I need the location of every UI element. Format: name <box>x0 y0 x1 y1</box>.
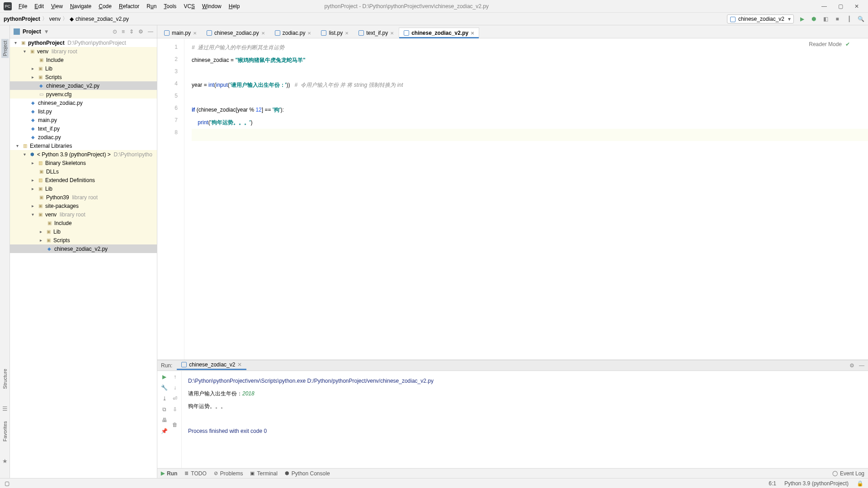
maximize-icon[interactable]: ▢ <box>837 3 844 9</box>
tab-chinese-zodiac[interactable]: chinese_zodiac.py✕ <box>202 28 270 38</box>
status-caret-position[interactable]: 6:1 <box>769 480 776 487</box>
code-editor[interactable]: Reader Mode✔ 12345678 # 通过用户输入的年份判断其生肖运势… <box>157 38 868 360</box>
pin-icon[interactable]: 📌 <box>161 428 168 434</box>
menu-run[interactable]: Run <box>143 1 160 11</box>
hide-icon[interactable]: — <box>148 28 153 35</box>
close-icon[interactable]: ✕ <box>261 31 265 36</box>
tree-dlls[interactable]: ▣DLLs <box>10 167 157 176</box>
up-arrow-icon[interactable]: ↑ <box>174 374 176 380</box>
tree-file-zodiac[interactable]: ◆zodiac.py <box>10 133 157 141</box>
tree-scripts[interactable]: ▸▣Scripts <box>10 73 157 81</box>
breadcrumb-folder[interactable]: venv <box>49 16 61 22</box>
tree-file-main[interactable]: ◆main.py <box>10 116 157 124</box>
close-icon[interactable]: ✕ <box>307 31 311 36</box>
run-button-icon[interactable]: ▶ <box>798 15 806 23</box>
close-icon[interactable]: ✕ <box>193 31 197 36</box>
tree-file-pyvenv[interactable]: ▭pyvenv.cfg <box>10 90 157 99</box>
minimize-icon[interactable]: — <box>821 3 827 9</box>
run-tab[interactable]: chinese_zodiac_v2 ✕ <box>177 361 246 370</box>
tree-sitepkg[interactable]: ▸▣site-packages <box>10 202 157 210</box>
status-square-icon[interactable]: ▢ <box>5 480 9 487</box>
project-tree[interactable]: ▾▣ pythonProject D:\Python\pythonProject… <box>10 38 157 478</box>
menu-vcs[interactable]: VCS <box>180 1 198 11</box>
expand-all-icon[interactable]: ≡ <box>122 28 125 35</box>
menu-file[interactable]: File <box>15 1 30 11</box>
bottom-tab-terminal[interactable]: ▣Terminal <box>250 470 277 477</box>
menu-refactor[interactable]: Refactor <box>116 1 142 11</box>
tree-file-textif[interactable]: ◆text_if.py <box>10 124 157 133</box>
layout-icon[interactable]: ⧉ <box>162 406 166 413</box>
code-content[interactable]: # 通过用户输入的年份判断其生肖运势 chinese_zodiac = "猴鸡狗… <box>184 38 868 360</box>
wrap-icon[interactable]: ⏎ <box>173 395 177 402</box>
bottom-tab-todo[interactable]: ≣TODO <box>184 470 206 477</box>
tab-main[interactable]: main.py✕ <box>159 28 202 38</box>
status-interpreter[interactable]: Python 3.9 (pythonProject) <box>784 480 849 487</box>
tool-tab-favorites[interactable]: Favorites <box>2 421 8 441</box>
tree-lib3[interactable]: ▸▣Lib <box>10 227 157 236</box>
tree-external-libs[interactable]: ▾▥External Libraries <box>10 141 157 150</box>
wrench-icon[interactable]: 🔧 <box>161 385 168 391</box>
tree-file-list[interactable]: ◆list.py <box>10 107 157 116</box>
tool-tab-project[interactable]: Project <box>1 39 9 58</box>
tree-binsk[interactable]: ▸▥Binary Skeletons <box>10 159 157 167</box>
tab-czv2[interactable]: chinese_zodiac_v2.py✕ <box>399 28 479 38</box>
menu-edit[interactable]: Edit <box>31 1 47 11</box>
menu-window[interactable]: Window <box>199 1 225 11</box>
breadcrumb-root[interactable]: pythonProject <box>4 16 40 22</box>
rerun-icon[interactable]: ▶ <box>162 374 166 380</box>
bottom-tab-eventlog[interactable]: ◯Event Log <box>832 470 864 477</box>
gear-icon[interactable]: ⚙ <box>849 362 854 369</box>
tree-file-czv2[interactable]: ◆chinese_zodiac_v2.py <box>10 81 157 90</box>
down-arrow-icon[interactable]: ↓ <box>174 385 176 391</box>
tool-tab-structure[interactable]: Structure <box>2 369 8 389</box>
bottom-tab-problems[interactable]: ⊘Problems <box>214 470 243 477</box>
breadcrumb-file[interactable]: chinese_zodiac_v2.py <box>75 16 129 22</box>
run-config-selector[interactable]: chinese_zodiac_v2 <box>727 14 794 23</box>
close-icon[interactable]: ✕ <box>345 31 349 36</box>
run-console-output[interactable]: D:\Python\pythonProject\venv\Scripts\pyt… <box>182 371 868 468</box>
tree-python39-sdk[interactable]: ▾⬢ < Python 3.9 (pythonProject) > D:\Pyt… <box>10 150 157 159</box>
tab-list[interactable]: list.py✕ <box>316 28 354 38</box>
select-opened-icon[interactable]: ⊙ <box>113 28 117 35</box>
tree-include[interactable]: ▣Include <box>10 56 157 64</box>
tree-file-cz[interactable]: ◆chinese_zodiac.py <box>10 99 157 107</box>
tree-python39[interactable]: ▣Python39 library root <box>10 193 157 202</box>
close-icon[interactable]: ✕ <box>390 31 394 36</box>
menu-navigate[interactable]: Navigate <box>67 1 94 11</box>
tab-text-if[interactable]: text_if.py✕ <box>354 28 399 38</box>
debug-button-icon[interactable]: ⬢ <box>810 15 817 23</box>
tree-lib2[interactable]: ▸▣Lib <box>10 184 157 193</box>
close-icon[interactable]: ✕ <box>471 31 474 36</box>
tree-venv2[interactable]: ▾▣venv library root <box>10 210 157 219</box>
down-icon[interactable]: ⤓ <box>162 395 167 402</box>
print-icon[interactable]: 🖶 <box>162 417 167 423</box>
tree-project-root[interactable]: ▾▣ pythonProject D:\Python\pythonProject <box>10 38 157 47</box>
coverage-icon[interactable]: ◧ <box>822 15 829 23</box>
tree-file-czv2b[interactable]: ◆chinese_zodiac_v2.py <box>10 244 157 253</box>
tree-venv[interactable]: ▾▣ venv library root <box>10 47 157 56</box>
gear-icon[interactable]: ⚙ <box>138 28 143 35</box>
menu-tools[interactable]: Tools <box>160 1 179 11</box>
bottom-tab-pyconsole[interactable]: ⬢Python Console <box>285 470 330 477</box>
menu-view[interactable]: View <box>48 1 66 11</box>
close-icon[interactable]: ✕ <box>854 3 860 9</box>
tree-extdef[interactable]: ▸▥Extended Definitions <box>10 176 157 184</box>
hide-icon[interactable]: — <box>859 362 864 369</box>
collapse-all-icon[interactable]: ⇕ <box>129 28 134 35</box>
scroll-icon[interactable]: ⇩ <box>173 406 177 413</box>
menu-help[interactable]: Help <box>226 1 243 11</box>
lock-icon[interactable]: 🔒 <box>857 480 863 487</box>
tab-zodiac[interactable]: zodiac.py✕ <box>270 28 316 38</box>
tree-lib[interactable]: ▸▣Lib <box>10 64 157 73</box>
search-everywhere-icon[interactable]: 🔍 <box>857 15 864 23</box>
trash-icon[interactable]: 🗑 <box>172 422 178 428</box>
close-icon[interactable]: ✕ <box>237 361 242 368</box>
stop-icon[interactable]: ■ <box>834 15 841 23</box>
tree-scripts2[interactable]: ▸▣Scripts <box>10 236 157 244</box>
tree-include2[interactable]: ▣Include <box>10 219 157 227</box>
bottom-tab-run[interactable]: ▶Run <box>161 470 177 477</box>
project-title[interactable]: Project <box>23 28 41 35</box>
reader-mode-badge[interactable]: Reader Mode✔ <box>809 41 850 47</box>
dropdown-icon[interactable]: ▼ <box>44 28 49 35</box>
menu-code[interactable]: Code <box>95 1 115 11</box>
